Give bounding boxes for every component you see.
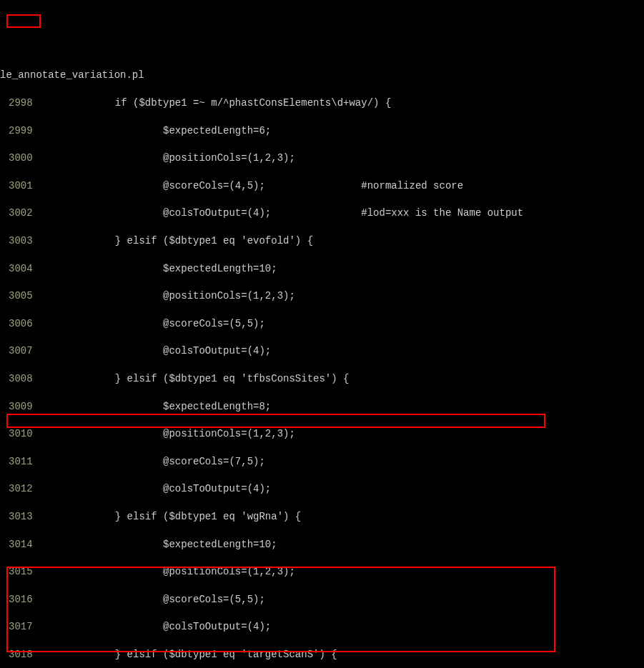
line-number: 3006 <box>0 317 43 331</box>
line-number: 3005 <box>0 289 43 303</box>
code-content: @positionCols=(1,2,3); <box>43 427 295 441</box>
line-number: 3007 <box>0 344 43 358</box>
code-content: @scoreCols=(4,5); #normalized score <box>43 179 463 193</box>
code-line[interactable]: 3002 @colsToOutput=(4); #lod=xxx is the … <box>0 206 644 220</box>
line-number: 3015 <box>0 565 43 579</box>
line-number: 3014 <box>0 538 43 552</box>
highlight-box-linenum <box>6 14 41 28</box>
line-number: 2999 <box>0 124 43 138</box>
code-content: $expectedLength=8; <box>43 400 271 414</box>
code-line[interactable]: 3017 @colsToOutput=(4); <box>0 620 644 634</box>
code-content: $expectedLength=10; <box>43 538 277 552</box>
code-editor: le_annotate_variation.pl 2998 if ($dbtyp… <box>0 55 644 668</box>
line-number: 3004 <box>0 262 43 276</box>
code-content: } elsif ($dbtype1 eq 'wgRna') { <box>43 510 301 524</box>
line-number: 3000 <box>0 151 43 165</box>
line-number: 3008 <box>0 372 43 386</box>
code-content: } elsif ($dbtype1 eq 'targetScanS') { <box>43 648 337 662</box>
line-number: 3013 <box>0 510 43 524</box>
code-content: if ($dbtype1 =~ m/^phastConsElements\d+w… <box>43 96 391 110</box>
line-number: 3011 <box>0 455 43 469</box>
code-line[interactable]: 3014 $expectedLength=10; <box>0 538 644 552</box>
filename: le_annotate_variation.pl <box>0 69 144 82</box>
line-number: 3001 <box>0 179 43 193</box>
line-number: 2998 <box>0 96 43 110</box>
code-line[interactable]: 3007 @colsToOutput=(4); <box>0 344 644 358</box>
code-content: @positionCols=(1,2,3); <box>43 565 295 579</box>
code-content: @colsToOutput=(4); #lod=xxx is the Name … <box>43 206 523 220</box>
line-number: 3018 <box>0 648 43 662</box>
code-content: @colsToOutput=(4); <box>43 620 271 634</box>
code-line[interactable]: 3000 @positionCols=(1,2,3); <box>0 151 644 165</box>
code-content: @colsToOutput=(4); <box>43 344 271 358</box>
filename-line: le_annotate_variation.pl <box>0 69 644 82</box>
code-line[interactable]: 3016 @scoreCols=(5,5); <box>0 593 644 607</box>
code-content: @positionCols=(1,2,3); <box>43 289 295 303</box>
code-line[interactable]: 3018 } elsif ($dbtype1 eq 'targetScanS')… <box>0 648 644 662</box>
code-line[interactable]: 3010 @positionCols=(1,2,3); <box>0 427 644 441</box>
code-line[interactable]: 3005 @positionCols=(1,2,3); <box>0 289 644 303</box>
code-line[interactable]: 3013 } elsif ($dbtype1 eq 'wgRna') { <box>0 510 644 524</box>
code-content: @scoreCols=(5,5); <box>43 317 265 331</box>
code-line[interactable]: 3006 @scoreCols=(5,5); <box>0 317 644 331</box>
code-line[interactable]: 3004 $expectedLength=10; <box>0 262 644 276</box>
code-line[interactable]: 3008 } elsif ($dbtype1 eq 'tfbsConsSites… <box>0 372 644 386</box>
line-number: 3002 <box>0 206 43 220</box>
line-number: 3012 <box>0 482 43 496</box>
line-number: 3010 <box>0 427 43 441</box>
code-content: @scoreCols=(5,5); <box>43 593 265 607</box>
code-line[interactable]: 3011 @scoreCols=(7,5); <box>0 455 644 469</box>
code-content: $expectedLength=6; <box>43 124 271 138</box>
code-line[interactable]: 3001 @scoreCols=(4,5); #normalized score <box>0 179 644 193</box>
code-line[interactable]: 3009 $expectedLength=8; <box>0 400 644 414</box>
code-content: @scoreCols=(7,5); <box>43 455 265 469</box>
line-number: 3016 <box>0 593 43 607</box>
code-content: } elsif ($dbtype1 eq 'evofold') { <box>43 234 313 248</box>
code-line[interactable]: 2998 if ($dbtype1 =~ m/^phastConsElement… <box>0 96 644 110</box>
code-content: $expectedLength=10; <box>43 262 277 276</box>
code-content: @positionCols=(1,2,3); <box>43 151 295 165</box>
code-content: } elsif ($dbtype1 eq 'tfbsConsSites') { <box>43 372 349 386</box>
code-line[interactable]: 3015 @positionCols=(1,2,3); <box>0 565 644 579</box>
code-line[interactable]: 3003 } elsif ($dbtype1 eq 'evofold') { <box>0 234 644 248</box>
code-line[interactable]: 3012 @colsToOutput=(4); <box>0 482 644 496</box>
line-number: 3003 <box>0 234 43 248</box>
code-content: @colsToOutput=(4); <box>43 482 271 496</box>
line-number: 3009 <box>0 400 43 414</box>
code-line[interactable]: 2999 $expectedLength=6; <box>0 124 644 138</box>
line-number: 3017 <box>0 620 43 634</box>
